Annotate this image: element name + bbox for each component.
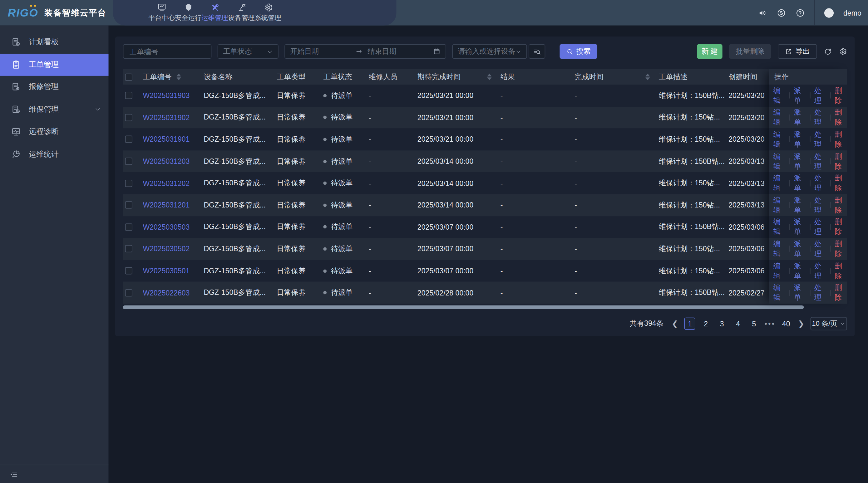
sidebar-item-maintenance-management[interactable]: 维保管理: [0, 98, 108, 121]
sort-icon[interactable]: [487, 74, 491, 80]
action-edit[interactable]: 编辑: [773, 151, 785, 171]
page-ellipsis[interactable]: •••: [765, 320, 776, 328]
action-edit[interactable]: 编辑: [773, 129, 785, 150]
order-id-link[interactable]: W2025031902: [143, 113, 189, 122]
action-handle[interactable]: 处理: [814, 86, 827, 105]
nav-system-management[interactable]: 系统管理: [255, 0, 281, 26]
action-delete[interactable]: 删除: [835, 86, 847, 105]
action-handle[interactable]: 处理: [814, 283, 827, 303]
action-delete[interactable]: 删除: [835, 195, 847, 215]
action-dispatch[interactable]: 派单: [794, 217, 806, 237]
row-checkbox[interactable]: [125, 180, 132, 187]
action-handle[interactable]: 处理: [814, 239, 827, 259]
order-id-link[interactable]: W2025030501: [143, 267, 189, 275]
row-checkbox[interactable]: [125, 245, 132, 252]
page-button-1[interactable]: 1: [684, 318, 695, 330]
action-dispatch[interactable]: 派单: [794, 261, 806, 281]
row-checkbox[interactable]: [125, 92, 132, 99]
table-settings-button[interactable]: [839, 47, 847, 56]
row-checkbox[interactable]: [125, 267, 132, 274]
sidebar-item-ops-statistics[interactable]: 运维统计: [0, 143, 108, 165]
row-checkbox[interactable]: [125, 114, 132, 121]
action-dispatch[interactable]: 派单: [794, 129, 806, 150]
action-dispatch[interactable]: 派单: [794, 283, 806, 303]
action-handle[interactable]: 处理: [814, 173, 827, 193]
advanced-device-search-button[interactable]: [529, 44, 545, 59]
nav-platform-center[interactable]: 平台中心: [148, 0, 175, 26]
action-delete[interactable]: 删除: [835, 151, 847, 171]
action-dispatch[interactable]: 派单: [794, 239, 806, 259]
sidebar-item-repair-management[interactable]: 报修管理: [0, 76, 108, 98]
page-button-3[interactable]: 3: [716, 318, 727, 330]
nav-device-management[interactable]: 设备管理: [228, 0, 254, 26]
action-dispatch[interactable]: 派单: [794, 195, 806, 215]
row-checkbox[interactable]: [125, 158, 132, 165]
order-id-link[interactable]: W2025031901: [143, 135, 189, 143]
action-dispatch[interactable]: 派单: [794, 173, 806, 193]
create-button[interactable]: 新 建: [697, 44, 722, 59]
nav-ops-management[interactable]: 运维管理: [202, 0, 228, 26]
action-dispatch[interactable]: 派单: [794, 108, 806, 128]
action-edit[interactable]: 编辑: [773, 261, 785, 281]
username[interactable]: demo: [843, 8, 862, 17]
action-handle[interactable]: 处理: [814, 217, 827, 237]
start-date-field[interactable]: 开始日期: [290, 46, 351, 57]
action-edit[interactable]: 编辑: [773, 108, 785, 128]
page-button-5[interactable]: 5: [748, 318, 760, 330]
nav-safe-operation[interactable]: 安全运行: [175, 0, 202, 26]
order-id-link[interactable]: W2025031903: [143, 91, 189, 100]
prev-page-button[interactable]: ❮: [671, 319, 679, 328]
action-delete[interactable]: 删除: [835, 108, 847, 128]
sidebar-item-plan-board[interactable]: 计划看板: [0, 31, 108, 53]
action-delete[interactable]: 删除: [835, 283, 847, 303]
row-checkbox[interactable]: [125, 201, 132, 209]
connection-status-icon[interactable]: [777, 8, 786, 18]
row-checkbox[interactable]: [125, 136, 132, 143]
row-checkbox[interactable]: [125, 223, 132, 231]
batch-delete-button[interactable]: 批量删除: [729, 44, 771, 59]
action-delete[interactable]: 删除: [835, 129, 847, 150]
col-order-no[interactable]: 工单编号: [140, 72, 200, 82]
action-delete[interactable]: 删除: [835, 261, 847, 281]
collapse-sidebar-icon[interactable]: [9, 470, 18, 478]
row-checkbox[interactable]: [125, 289, 132, 296]
sidebar-item-work-orders[interactable]: 工单管理: [0, 53, 108, 76]
action-dispatch[interactable]: 派单: [794, 151, 806, 171]
order-id-link[interactable]: W2025030502: [143, 245, 189, 253]
action-edit[interactable]: 编辑: [773, 283, 785, 303]
sort-icon[interactable]: [177, 74, 181, 80]
order-status-select[interactable]: 工单状态: [218, 44, 279, 59]
page-button-2[interactable]: 2: [700, 318, 711, 330]
avatar[interactable]: [825, 8, 834, 18]
next-page-button[interactable]: ❯: [797, 319, 806, 328]
sidebar-item-remote-diagnosis[interactable]: 远程诊断: [0, 121, 108, 143]
date-range-picker[interactable]: 开始日期 结束日期: [284, 44, 446, 59]
end-date-field[interactable]: 结束日期: [368, 46, 428, 57]
action-edit[interactable]: 编辑: [773, 239, 785, 259]
order-id-link[interactable]: W2025031201: [143, 201, 189, 210]
page-button-40[interactable]: 40: [781, 318, 792, 330]
action-delete[interactable]: 删除: [835, 217, 847, 237]
sort-icon[interactable]: [645, 74, 650, 80]
refresh-button[interactable]: [824, 47, 832, 56]
order-id-link[interactable]: W2025022603: [143, 289, 189, 297]
action-handle[interactable]: 处理: [814, 195, 827, 215]
action-handle[interactable]: 处理: [814, 261, 827, 281]
export-button[interactable]: 导出: [778, 44, 817, 59]
action-edit[interactable]: 编辑: [773, 86, 785, 105]
order-id-link[interactable]: W2025031203: [143, 157, 189, 166]
horizontal-scrollbar[interactable]: [123, 305, 804, 309]
action-edit[interactable]: 编辑: [773, 195, 785, 215]
action-handle[interactable]: 处理: [814, 108, 827, 128]
device-select[interactable]: 请输入或选择设备: [453, 44, 527, 59]
order-id-link[interactable]: W2025030503: [143, 223, 189, 231]
col-expected-time[interactable]: 期待完成时间: [414, 72, 497, 82]
select-all-checkbox[interactable]: [125, 73, 132, 80]
action-delete[interactable]: 删除: [835, 239, 847, 259]
action-dispatch[interactable]: 派单: [794, 86, 806, 105]
order-no-input[interactable]: [128, 47, 206, 56]
action-edit[interactable]: 编辑: [773, 217, 785, 237]
action-edit[interactable]: 编辑: [773, 173, 785, 193]
order-id-link[interactable]: W2025031202: [143, 179, 189, 188]
sound-icon[interactable]: [758, 8, 768, 18]
